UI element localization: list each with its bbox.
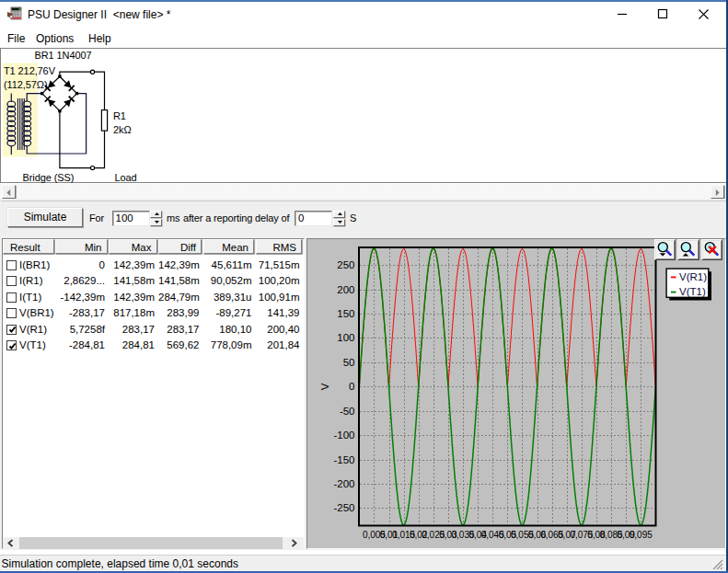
svg-text:T1 212,76V: T1 212,76V xyxy=(4,65,56,76)
svg-text:-150: -150 xyxy=(333,454,354,465)
svg-text:Load: Load xyxy=(115,172,137,183)
svg-text:V(T1): V(T1) xyxy=(679,286,706,297)
svg-text:100: 100 xyxy=(337,332,354,343)
svg-text:0: 0 xyxy=(349,381,354,392)
svg-text:V: V xyxy=(319,383,330,390)
svg-text:V(R1): V(R1) xyxy=(679,271,707,282)
svg-text:-100: -100 xyxy=(333,430,354,441)
svg-text:150: 150 xyxy=(337,308,354,319)
svg-text:Bridge (SS): Bridge (SS) xyxy=(23,172,75,183)
svg-text:(112,57Ω): (112,57Ω) xyxy=(4,79,47,90)
svg-text:-200: -200 xyxy=(333,478,354,489)
svg-text:200: 200 xyxy=(337,284,354,295)
svg-text:BR1 1N4007: BR1 1N4007 xyxy=(35,50,92,61)
svg-text:-50: -50 xyxy=(340,406,355,417)
svg-text:250: 250 xyxy=(337,259,354,270)
svg-text:50: 50 xyxy=(343,357,355,368)
svg-text:R1: R1 xyxy=(113,110,126,121)
svg-text:0,095: 0,095 xyxy=(630,530,653,540)
svg-text:2kΩ: 2kΩ xyxy=(113,124,132,135)
svg-text:-250: -250 xyxy=(333,502,354,513)
